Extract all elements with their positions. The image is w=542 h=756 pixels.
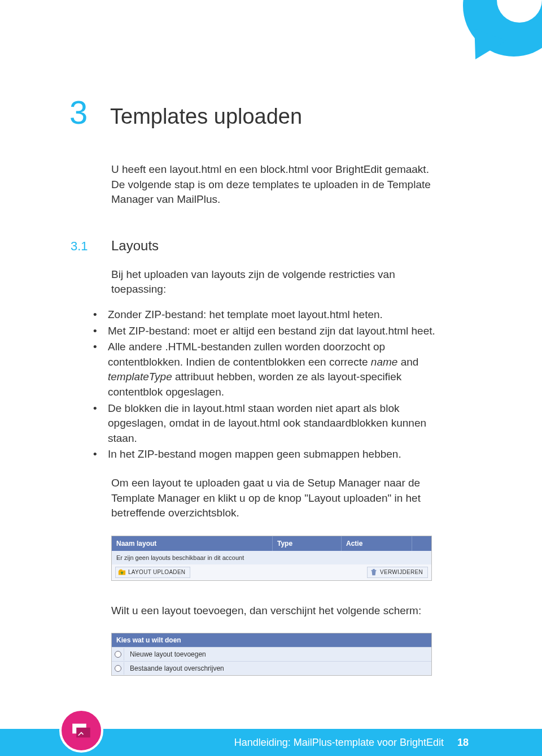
footer-badge-icon <box>59 709 103 753</box>
delete-button[interactable]: VERWIJDEREN <box>367 567 428 578</box>
upload-paragraph: Om een layout te uploaden gaat u via de … <box>111 476 439 521</box>
layouts-panel: Naam layout Type Actie Er zijn geen layo… <box>111 536 432 581</box>
layout-upload-button[interactable]: LAYOUT UPLOADEN <box>115 567 190 578</box>
upload-icon <box>118 568 126 576</box>
chapter-heading: 3 Templates uploaden <box>71 93 443 131</box>
list-item: Zonder ZIP-bestand: het template moet la… <box>93 307 443 323</box>
restrictions-intro: Bij het uploaden van layouts zijn de vol… <box>111 267 439 297</box>
col-name: Naam layout <box>112 536 273 551</box>
layouts-action-row: LAYOUT UPLOADEN VERWIJDEREN <box>112 564 431 580</box>
list-item: In het ZIP-bestand mogen mappen geen sub… <box>93 447 443 462</box>
option-label: Nieuwe layout toevoegen <box>130 650 206 658</box>
layout-upload-label: LAYOUT UPLOADEN <box>128 569 185 575</box>
section-title: Layouts <box>111 238 159 254</box>
col-type: Type <box>273 536 342 551</box>
brand-bubble-logo <box>440 0 542 79</box>
intro-paragraph: U heeft een layout.html en een block.htm… <box>111 162 439 207</box>
choose-action-header: Kies wat u wilt doen <box>112 633 431 647</box>
option-new-layout[interactable]: Nieuwe layout toevoegen <box>112 647 431 661</box>
page-number: 18 <box>457 737 469 749</box>
chapter-number: 3 <box>69 93 110 131</box>
list-item: De blokken die in layout.html staan word… <box>93 401 443 446</box>
trash-icon <box>370 568 378 576</box>
delete-label: VERWIJDEREN <box>380 569 423 575</box>
chapter-title: Templates uploaden <box>110 105 302 129</box>
footer-doc-title: Handleiding: MailPlus-template voor Brig… <box>234 737 444 749</box>
restrictions-list: Zonder ZIP-bestand: het template moet la… <box>71 307 443 462</box>
section-number: 3.1 <box>71 239 111 254</box>
section-heading: 3.1 Layouts <box>71 238 443 254</box>
option-label: Bestaande layout overschrijven <box>130 664 224 672</box>
col-action: Actie <box>342 536 412 551</box>
radio-icon <box>115 651 121 658</box>
page-content: 3 Templates uploaden U heeft een layout.… <box>71 93 443 676</box>
svg-rect-1 <box>76 728 90 738</box>
radio-icon <box>115 665 121 672</box>
option-overwrite-layout[interactable]: Bestaande layout overschrijven <box>112 661 431 675</box>
choose-action-panel: Kies wat u wilt doen Nieuwe layout toevo… <box>111 633 432 676</box>
list-item: Met ZIP-bestand: moet er altijd een best… <box>93 324 443 339</box>
empty-message: Er zijn geen layouts beschikbaar in dit … <box>112 551 431 564</box>
list-item: Alle andere .HTML-bestanden zullen worde… <box>93 340 443 399</box>
add-layout-paragraph: Wilt u een layout toevoegen, dan verschi… <box>111 603 439 619</box>
layouts-table-header: Naam layout Type Actie <box>112 536 431 551</box>
